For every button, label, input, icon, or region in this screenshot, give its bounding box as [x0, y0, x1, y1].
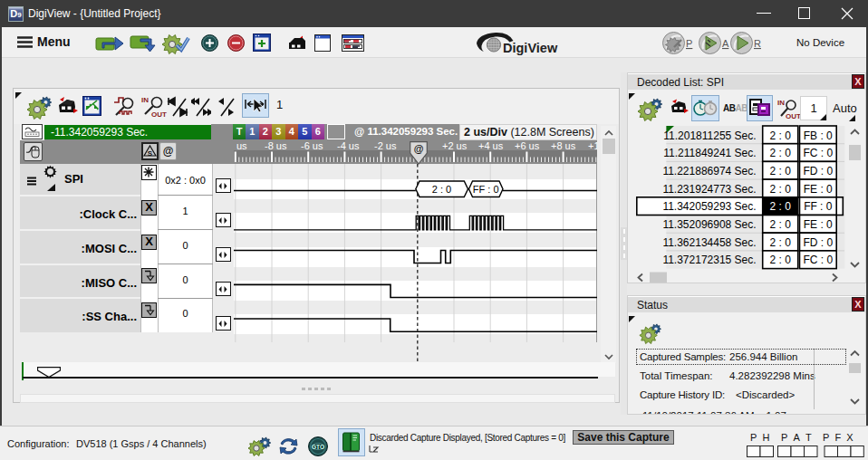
- svg-text:FF : 0: FF : 0: [473, 184, 499, 195]
- svg-text:-4 us: -4 us: [337, 140, 360, 151]
- svg-text:2 : 0: 2 : 0: [770, 218, 792, 231]
- svg-text:11.231924773 Sec.: 11.231924773 Sec.: [662, 183, 756, 196]
- svg-text:IN: IN: [141, 96, 149, 104]
- svg-text:11.342059293 Sec.: 11.342059293 Sec.: [662, 200, 756, 213]
- svg-text:DigiView: DigiView: [503, 41, 558, 55]
- svg-text:+6 us: +6 us: [515, 140, 540, 151]
- svg-text:+4 us: +4 us: [478, 140, 504, 151]
- svg-text:+1: +1: [588, 140, 597, 151]
- svg-text:FE : 0: FE : 0: [804, 183, 833, 196]
- svg-text:FD : 0: FD : 0: [803, 165, 833, 177]
- svg-text:-6 us: -6 us: [301, 140, 323, 151]
- svg-text:FD : 0: FD : 0: [803, 236, 833, 249]
- svg-text:R: R: [754, 38, 761, 49]
- svg-text:P: P: [686, 38, 692, 49]
- svg-text:A: A: [722, 38, 729, 49]
- svg-text:FE : 0: FE : 0: [804, 218, 833, 231]
- svg-text:11.211849241 Sec.: 11.211849241 Sec.: [663, 147, 756, 159]
- svg-text:+8 us: +8 us: [551, 140, 576, 151]
- svg-text:us: us: [236, 140, 247, 151]
- svg-text:+2 us: +2 us: [442, 140, 468, 151]
- svg-text:-2 us: -2 us: [374, 140, 397, 151]
- svg-text:FF : 0: FF : 0: [804, 200, 833, 213]
- svg-text:2 : 0: 2 : 0: [770, 165, 792, 177]
- svg-text:2 : 0: 2 : 0: [770, 236, 792, 249]
- svg-text:2 : 0: 2 : 0: [432, 184, 451, 195]
- svg-text:11.201811255 Sec.: 11.201811255 Sec.: [663, 129, 756, 142]
- svg-text:-8 us: -8 us: [265, 140, 287, 151]
- svg-text:@: @: [413, 143, 423, 154]
- svg-text:FB : 0: FB : 0: [804, 129, 833, 142]
- svg-text:11.221886974 Sec.: 11.221886974 Sec.: [662, 165, 756, 177]
- svg-text:OUT: OUT: [786, 112, 801, 120]
- svg-text:2 : 0: 2 : 0: [770, 147, 792, 159]
- svg-text:IN: IN: [777, 99, 785, 107]
- svg-text:2 : 0: 2 : 0: [770, 129, 792, 142]
- svg-text:11.362134458 Sec.: 11.362134458 Sec.: [662, 236, 756, 249]
- svg-text:S: S: [148, 149, 153, 158]
- svg-text:FC : 0: FC : 0: [803, 254, 833, 266]
- svg-text:11.372172315 Sec.: 11.372172315 Sec.: [662, 254, 756, 266]
- svg-text:FC : 0: FC : 0: [803, 147, 833, 159]
- svg-text:2 : 0: 2 : 0: [770, 254, 792, 266]
- svg-text:2 : 0: 2 : 0: [770, 183, 792, 196]
- svg-text:OUT: OUT: [151, 110, 167, 119]
- svg-text:11.352096908 Sec.: 11.352096908 Sec.: [662, 218, 756, 231]
- svg-text:2 : 0: 2 : 0: [770, 200, 792, 213]
- svg-text:GTO: GTO: [312, 444, 324, 450]
